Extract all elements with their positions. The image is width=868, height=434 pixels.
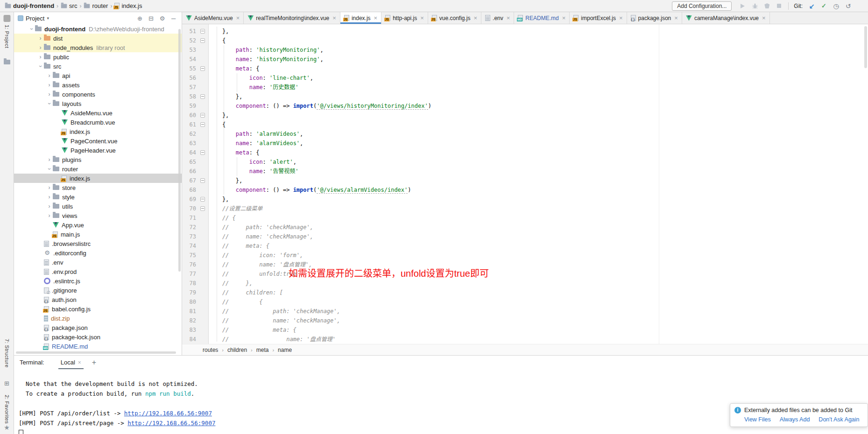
- tab-package.json[interactable]: package.json×: [627, 12, 682, 24]
- code-line-68[interactable]: 68 component: () => import('@/views/alar…: [182, 185, 868, 195]
- tree-item-utils[interactable]: ›utils: [14, 202, 182, 211]
- close-icon[interactable]: ×: [473, 14, 477, 21]
- tree-item-.browserslistrc[interactable]: .browserslistrc: [14, 239, 182, 248]
- breadcrumb-meta[interactable]: meta: [256, 347, 269, 353]
- chevron-closed-icon[interactable]: ›: [37, 35, 44, 42]
- tree-item-public[interactable]: ›public: [14, 52, 182, 62]
- close-icon[interactable]: ×: [619, 14, 623, 21]
- code-line-66[interactable]: 66 name: '告警视频': [182, 167, 868, 176]
- sidebar-item-structure[interactable]: 7: Structure: [4, 339, 10, 368]
- code-line-55[interactable]: 55 meta: {: [182, 64, 868, 73]
- tree-item-plugins[interactable]: ›plugins: [14, 155, 182, 164]
- tree-item-src[interactable]: ›src: [14, 62, 182, 71]
- code-line-52[interactable]: 52 {: [182, 36, 868, 45]
- code-line-54[interactable]: 54 name: 'historyMonitoring',: [182, 55, 868, 64]
- tab-cameraManage\index.vue[interactable]: cameraManage\index.vue×: [682, 12, 770, 24]
- chevron-down-icon[interactable]: ▾: [47, 16, 49, 21]
- settings-gear-icon[interactable]: ⚙: [158, 15, 167, 22]
- run-icon[interactable]: [739, 2, 747, 10]
- fold-icon[interactable]: [196, 206, 209, 211]
- tree-item-.gitignore[interactable]: .gitignore: [14, 286, 182, 295]
- tab-AsideMenu.vue[interactable]: AsideMenu.vue×: [182, 12, 244, 24]
- tab-.env[interactable]: .env×: [481, 12, 514, 24]
- tree-item-dist[interactable]: ›dist: [14, 34, 182, 43]
- git-history-icon[interactable]: ◷: [832, 2, 840, 10]
- chevron-closed-icon[interactable]: ›: [46, 156, 53, 163]
- close-icon[interactable]: ×: [507, 14, 510, 21]
- tree-item-duoji-frontend[interactable]: ›duoji-frontendD:\zheheWeb\duoji-fronten…: [14, 24, 182, 34]
- git-rollback-icon[interactable]: ↺: [844, 2, 852, 10]
- coverage-icon[interactable]: [763, 2, 771, 10]
- breadcrumb-item-src[interactable]: src: [61, 2, 77, 9]
- code-line-70[interactable]: 70 //设置二级菜单: [182, 204, 868, 213]
- close-icon[interactable]: ×: [562, 14, 566, 21]
- tree-item-index.js[interactable]: index.js: [14, 127, 182, 136]
- collapse-all-icon[interactable]: ⊟: [147, 15, 155, 22]
- code-line-60[interactable]: 60 },: [182, 111, 868, 120]
- code-line-83[interactable]: 83 // meta: {: [182, 325, 868, 335]
- hide-panel-icon[interactable]: ─: [169, 15, 178, 22]
- tree-item-Breadcrumb.vue[interactable]: Breadcrumb.vue: [14, 118, 182, 127]
- terminal-link[interactable]: http://192.168.66.56:9007: [124, 410, 212, 417]
- chevron-closed-icon[interactable]: ›: [46, 212, 53, 219]
- code-line-67[interactable]: 67 },: [182, 176, 868, 185]
- tree-item-style[interactable]: ›style: [14, 192, 182, 202]
- code-line-72[interactable]: 72 // path: 'checkManage',: [182, 223, 868, 232]
- code-line-75[interactable]: 75 // icon: 'form',: [182, 251, 868, 260]
- stop-icon[interactable]: [775, 2, 783, 10]
- code-line-74[interactable]: 74 // meta: {: [182, 241, 868, 251]
- breadcrumb-item-router[interactable]: router: [84, 2, 108, 9]
- chevron-closed-icon[interactable]: ›: [46, 184, 53, 191]
- structure-icon[interactable]: ⊞: [4, 380, 9, 387]
- tab-http-api.js[interactable]: http-api.js×: [381, 12, 428, 24]
- tree-vertical-scrollbar[interactable]: [178, 29, 181, 272]
- tree-item-.editorconfig[interactable]: .editorconfig: [14, 248, 182, 258]
- fold-icon[interactable]: [196, 38, 209, 43]
- chevron-open-icon[interactable]: ›: [37, 63, 44, 70]
- code-line-61[interactable]: 61 {: [182, 120, 868, 129]
- close-icon[interactable]: ×: [236, 14, 240, 21]
- fold-icon[interactable]: [196, 197, 209, 202]
- code-line-80[interactable]: 80 // {: [182, 297, 868, 307]
- tree-item-.env[interactable]: .env: [14, 258, 182, 267]
- code-line-77[interactable]: 77 // unfold:true: [182, 269, 868, 279]
- close-icon[interactable]: ×: [78, 359, 81, 366]
- tree-item-.env.prod[interactable]: .env.prod: [14, 267, 182, 276]
- tree-item-components[interactable]: ›components: [14, 90, 182, 99]
- code-line-78[interactable]: 78 // },: [182, 279, 868, 288]
- code-line-76[interactable]: 76 // name: '盘点管理',: [182, 260, 868, 269]
- sidebar-item-favorites[interactable]: 2: Favorites: [4, 395, 10, 424]
- code-line-79[interactable]: 79 // children: [: [182, 288, 868, 297]
- close-icon[interactable]: ×: [762, 14, 766, 21]
- code-line-53[interactable]: 53 path: 'historyMonitoring',: [182, 45, 868, 55]
- terminal-tab-local[interactable]: Local ×: [58, 356, 84, 369]
- code-line-69[interactable]: 69 },: [182, 195, 868, 204]
- tree-item-index.js[interactable]: index.js: [14, 174, 182, 183]
- fold-icon[interactable]: [196, 94, 209, 99]
- chevron-closed-icon[interactable]: ›: [46, 91, 53, 98]
- code-line-56[interactable]: 56 icon: 'line-chart',: [182, 73, 868, 83]
- tree-item-views[interactable]: ›views: [14, 211, 182, 220]
- close-icon[interactable]: ×: [420, 14, 424, 21]
- tool-window-icon[interactable]: [3, 15, 10, 22]
- close-icon[interactable]: ×: [332, 14, 336, 21]
- code-line-65[interactable]: 65 icon: 'alert',: [182, 157, 868, 167]
- star-icon[interactable]: ★: [4, 424, 10, 431]
- tab-importExcel.js[interactable]: importExcel.js×: [570, 12, 627, 24]
- project-folder-icon[interactable]: [4, 60, 10, 64]
- fold-icon[interactable]: [196, 122, 209, 127]
- tab-index.js[interactable]: index.js×: [340, 12, 381, 24]
- tree-item-babel.config.js[interactable]: babel.config.js: [14, 304, 182, 314]
- code-line-82[interactable]: 82 // name: 'checkManage',: [182, 316, 868, 325]
- tree-item-assets[interactable]: ›assets: [14, 80, 182, 90]
- code-line-64[interactable]: 64 meta: {: [182, 148, 868, 157]
- tree-item-package.json[interactable]: package.json: [14, 323, 182, 332]
- tree-item-auth.json[interactable]: auth.json: [14, 295, 182, 304]
- fold-icon[interactable]: [196, 29, 209, 34]
- fold-icon[interactable]: [196, 150, 209, 155]
- tree-horizontal-scrollbar[interactable]: [16, 351, 176, 354]
- notification-action-view-files[interactable]: View Files: [744, 416, 771, 423]
- chevron-closed-icon[interactable]: ›: [46, 194, 53, 200]
- code-line-62[interactable]: 62 path: 'alarmVideos',: [182, 129, 868, 139]
- code-line-63[interactable]: 63 name: 'alarmVideos',: [182, 139, 868, 148]
